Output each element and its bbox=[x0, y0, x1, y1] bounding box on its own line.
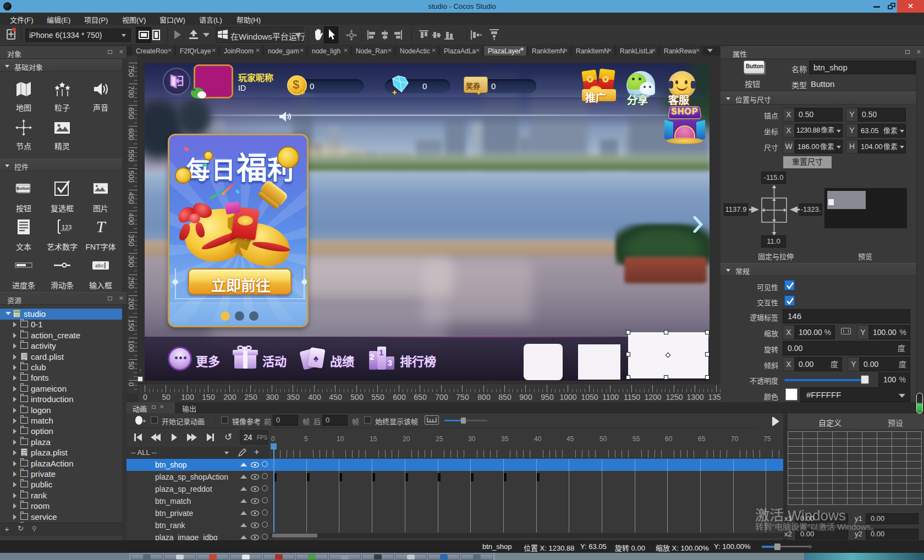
svg-text:abc: abc bbox=[95, 263, 104, 269]
svg-text:T: T bbox=[96, 217, 107, 235]
svg-text:123: 123 bbox=[62, 224, 72, 230]
svg-text:Button: Button bbox=[16, 186, 30, 191]
